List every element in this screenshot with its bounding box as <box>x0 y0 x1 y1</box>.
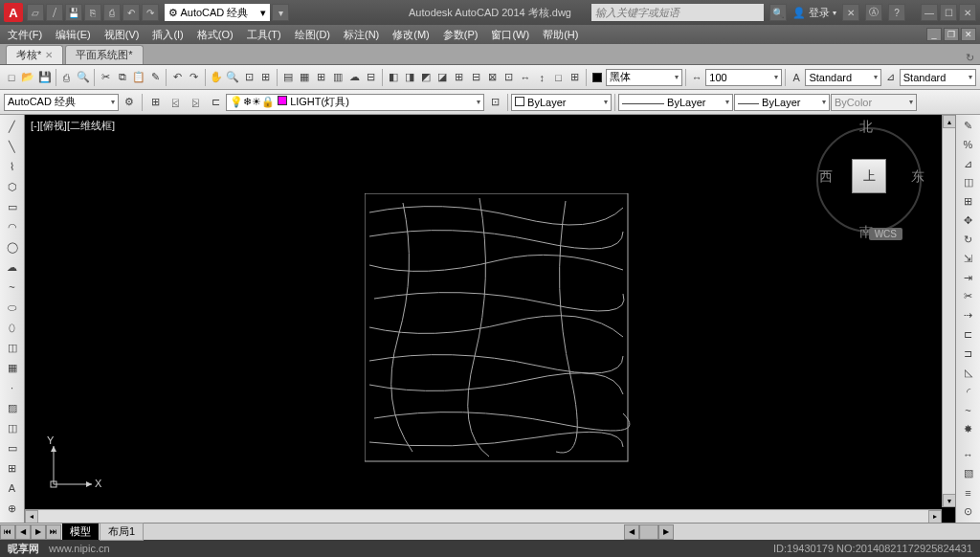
tb-preview-icon[interactable]: 🔍 <box>76 68 91 87</box>
menu-dimension[interactable]: 标注(N) <box>344 28 379 42</box>
tb-block-icon[interactable]: ◩ <box>418 68 434 87</box>
layer-dropdown[interactable]: 💡❄☀🔒 LIGHT(灯具)▾ <box>226 94 484 111</box>
color-dropdown[interactable]: 黑体▾ <box>606 69 682 86</box>
dist-tool-icon[interactable]: ↔ <box>959 446 978 464</box>
insert-tool-icon[interactable]: ◫ <box>3 338 22 357</box>
tb-pan-icon[interactable]: ✋ <box>209 68 224 87</box>
horizontal-scrollbar[interactable]: ◂ ▸ <box>25 509 942 523</box>
annoscale-dropdown[interactable]: 100▾ <box>705 69 782 86</box>
layout-next-icon[interactable]: ▶ <box>31 524 46 540</box>
break-tool-icon[interactable]: ⊏ <box>959 325 978 344</box>
tb-vp2-icon[interactable]: ⊟ <box>468 68 483 87</box>
tb-vp3-icon[interactable]: ⊠ <box>484 68 500 87</box>
table-tool-icon[interactable]: ⊞ <box>3 458 22 478</box>
textstyle-icon[interactable]: A <box>789 68 804 87</box>
tb-save-icon[interactable]: 💾 <box>37 68 53 87</box>
line-tool-icon[interactable]: ╱ <box>3 117 22 136</box>
scroll-left-icon[interactable]: ◂ <box>25 510 38 524</box>
tb-props-icon[interactable]: ▤ <box>280 68 296 87</box>
scale-tool-icon[interactable]: ⇲ <box>959 250 978 268</box>
tab-overflow-icon[interactable]: ↻ <box>966 52 974 64</box>
sign-in-button[interactable]: 👤 登录 ▾ <box>792 6 836 20</box>
layer-lock-icon[interactable]: ⊏ <box>206 93 225 112</box>
qat-new-icon[interactable]: ▱ <box>27 4 44 21</box>
tb-layeriso-icon[interactable]: ◨ <box>402 68 417 87</box>
qat-saveas-icon[interactable]: ⎘ <box>84 4 101 21</box>
minimize-button[interactable]: — <box>921 4 938 21</box>
offset-tool-icon[interactable]: ◫ <box>959 173 978 191</box>
blend-tool-icon[interactable]: ~ <box>959 401 978 419</box>
arc-tool-icon[interactable]: ◠ <box>3 217 22 236</box>
array-tool-icon[interactable]: ⊞ <box>959 192 978 211</box>
layer-mgr-icon[interactable]: ⊞ <box>145 93 165 112</box>
area-tool-icon[interactable]: ▧ <box>959 465 978 483</box>
fillet-tool-icon[interactable]: ◜ <box>959 383 978 401</box>
mtext-tool-icon[interactable]: A <box>3 479 22 498</box>
tb-zoom-rt-icon[interactable]: 🔍 <box>225 68 240 87</box>
hatch-tool-icon[interactable]: ▨ <box>3 398 22 417</box>
polygon-tool-icon[interactable]: ⬡ <box>3 177 22 196</box>
linetype-dropdown[interactable]: ———— ByLayer▾ <box>618 94 733 111</box>
help-icon[interactable]: ? <box>888 4 905 21</box>
block-tool-icon[interactable]: ▦ <box>3 358 22 377</box>
qat-undo-icon[interactable]: ↶ <box>122 4 140 21</box>
tb-zoom-prev-icon[interactable]: ⊞ <box>258 68 274 87</box>
qat-save-icon[interactable]: 💾 <box>65 4 82 21</box>
tb-select-icon[interactable]: ↕ <box>534 68 549 87</box>
scroll-down-icon[interactable]: ▾ <box>943 494 955 507</box>
rectangle-tool-icon[interactable]: ▭ <box>3 197 22 216</box>
document-tab-active[interactable]: 考核* ✕ <box>6 45 63 64</box>
tb-redo-icon[interactable]: ↷ <box>187 68 202 87</box>
move-tool-icon[interactable]: ✥ <box>959 212 978 230</box>
extend-tool-icon[interactable]: ⇢ <box>959 306 978 324</box>
stretch-tool-icon[interactable]: ⇥ <box>959 269 978 287</box>
tab-close-icon[interactable]: ✕ <box>45 50 53 60</box>
layout-last-icon[interactable]: ⏭ <box>46 524 61 540</box>
mdi-minimize-button[interactable]: _ <box>926 28 942 41</box>
list-tool-icon[interactable]: ≡ <box>959 483 978 501</box>
plotstyle-dropdown[interactable]: ByColor▾ <box>831 94 917 111</box>
workspace-combo[interactable]: AutoCAD 经典▾ <box>4 94 119 111</box>
document-tab[interactable]: 平面系统图* <box>65 45 143 64</box>
menu-file[interactable]: 文件(F) <box>8 28 42 42</box>
menu-insert[interactable]: 插入(I) <box>152 28 183 42</box>
textstyle-dropdown[interactable]: Standard▾ <box>805 69 881 86</box>
layout-prev-icon[interactable]: ◀ <box>15 524 31 540</box>
hscroll-left-icon[interactable]: ◀ <box>624 524 639 540</box>
mdi-close-button[interactable]: ✕ <box>961 28 976 41</box>
layout-tab-model[interactable]: 模型 <box>62 524 99 540</box>
tb-paste-icon[interactable]: 📋 <box>131 68 146 87</box>
search-icon[interactable]: 🔍 <box>769 4 787 21</box>
revcloud-tool-icon[interactable]: ☁ <box>3 257 22 277</box>
tb-undo-icon[interactable]: ↶ <box>169 68 185 87</box>
layer-state-icon[interactable]: ⍃ <box>166 93 185 112</box>
tb-tp-icon[interactable]: ⊞ <box>313 68 328 87</box>
viewcube[interactable]: 北 南 西 东 上 <box>812 123 926 237</box>
tb-zoom-win-icon[interactable]: ⊡ <box>241 68 256 87</box>
hscroll-right-icon[interactable]: ▶ <box>658 524 674 540</box>
color-swatch-btn[interactable] <box>590 68 605 87</box>
tb-markup-icon[interactable]: ☁ <box>346 68 362 87</box>
viewcube-top-face[interactable]: 上 <box>852 159 886 193</box>
viewcube-west[interactable]: 西 <box>819 168 833 186</box>
rotate-tool-icon[interactable]: ↻ <box>959 231 978 249</box>
erase-tool-icon[interactable]: ✎ <box>959 117 978 135</box>
tb-vp4-icon[interactable]: ⊡ <box>501 68 517 87</box>
menu-tools[interactable]: 工具(T) <box>247 28 281 42</box>
ellipsearc-tool-icon[interactable]: ⬯ <box>3 318 22 337</box>
circle-tool-icon[interactable]: ◯ <box>3 237 22 256</box>
layer-prev-icon[interactable]: ⊡ <box>485 93 504 112</box>
lineweight-dropdown[interactable]: —— ByLayer▾ <box>734 94 830 111</box>
tb-plot-icon[interactable]: ⎙ <box>59 68 75 87</box>
maximize-button[interactable]: ☐ <box>940 4 957 21</box>
join-tool-icon[interactable]: ⊐ <box>959 345 978 363</box>
explode-tool-icon[interactable]: ✸ <box>959 420 978 438</box>
workspace-gear-icon[interactable]: ⚙ <box>120 93 139 112</box>
tb-table-icon[interactable]: ⊞ <box>568 68 583 87</box>
a360-icon[interactable]: Ⓐ <box>865 4 882 21</box>
menu-modify[interactable]: 修改(M) <box>392 28 430 42</box>
layout-first-icon[interactable]: ⏮ <box>0 524 15 540</box>
mirror-tool-icon[interactable]: ⊿ <box>959 155 978 173</box>
app-logo[interactable]: A <box>4 3 23 22</box>
layer-filter-icon[interactable]: ⍄ <box>186 93 205 112</box>
